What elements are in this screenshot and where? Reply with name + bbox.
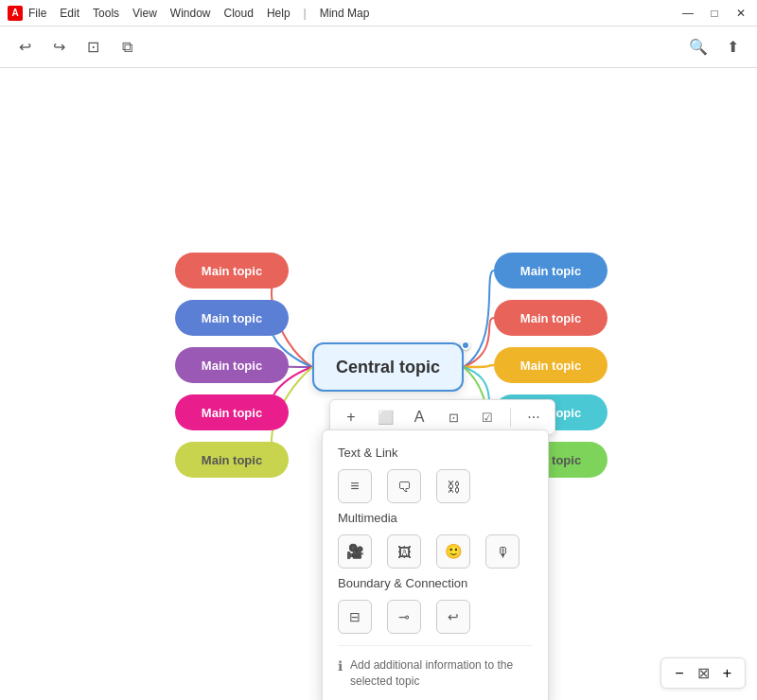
minimize-button[interactable]: — [679, 7, 696, 20]
adobe-icon: A [8, 6, 23, 21]
main-topic-lt5[interactable]: Main topic [175, 442, 289, 478]
multimedia-label: Multimedia [338, 511, 533, 525]
connection-icon[interactable]: ⊸ [387, 600, 421, 634]
zoom-in-button[interactable]: + [717, 663, 737, 684]
main-topic-lt2[interactable]: Main topic [175, 300, 289, 336]
menu-cloud[interactable]: Cloud [224, 7, 254, 20]
more-button[interactable]: ··· [520, 404, 547, 430]
menu-file[interactable]: File [28, 7, 46, 20]
menu-tools[interactable]: Tools [93, 7, 119, 20]
menu-window[interactable]: Window [170, 7, 211, 20]
share-button[interactable]: ⬆ [719, 34, 746, 61]
pin-icon [461, 341, 470, 350]
text-style-button[interactable]: A [406, 404, 432, 430]
boundary-icon[interactable]: ⊟ [338, 600, 372, 634]
maximize-button[interactable]: □ [706, 7, 723, 20]
central-topic[interactable]: Central topic [312, 342, 464, 392]
zoom-fit-button[interactable]: ⊠ [694, 662, 713, 684]
title-bar: A File Edit Tools View Window Cloud Help… [0, 0, 757, 26]
text-link-label: Text & Link [338, 446, 533, 460]
text-link-icons: ≡ 🗨 ⛓ [338, 469, 533, 503]
title-bar-right: — □ ✕ [679, 7, 749, 20]
undo-button[interactable]: ↩ [11, 34, 38, 61]
menu-help[interactable]: Help [267, 7, 290, 20]
menu-edit[interactable]: Edit [60, 7, 79, 20]
boundary-icons: ⊟ ⊸ ↩ [338, 600, 533, 634]
text-icon[interactable]: ≡ [338, 469, 372, 503]
info-text: Add additional information to the select… [350, 657, 533, 690]
close-button[interactable]: ✕ [732, 7, 749, 20]
toolbar-right: 🔍 ⬆ [685, 34, 746, 61]
frame-button[interactable]: ⊡ [79, 34, 106, 61]
main-topic-rt2[interactable]: Main topic [494, 300, 607, 336]
search-button[interactable]: 🔍 [685, 34, 712, 61]
title-bar-left: A File Edit Tools View Window Cloud Help… [8, 6, 369, 21]
layout-button[interactable]: ⊡ [440, 404, 467, 430]
add-button[interactable]: + [338, 404, 364, 430]
canvas: Main topic Main topic Main topic Main to… [0, 68, 757, 700]
menu-divider: | [304, 7, 307, 20]
note-icon[interactable]: 🗨 [387, 469, 421, 503]
image-icon[interactable]: 🖼 [387, 534, 421, 569]
audio-icon[interactable]: 🎙 [485, 534, 519, 569]
zoom-controls: − ⊠ + [660, 657, 746, 689]
main-topic-lt1[interactable]: Main topic [175, 253, 289, 289]
info-icon: ℹ [338, 658, 343, 674]
insert-dropdown: Text & Link ≡ 🗨 ⛓ Multimedia 🎥 🖼 🙂 [322, 429, 549, 700]
emoji-icon[interactable]: 🙂 [436, 534, 470, 569]
zoom-out-button[interactable]: − [669, 663, 689, 684]
shape-button[interactable]: ⬜ [372, 404, 398, 430]
link-icon[interactable]: ⛓ [436, 469, 470, 503]
main-topic-lt3[interactable]: Main topic [175, 347, 289, 383]
arrange-button[interactable]: ⧉ [114, 34, 140, 61]
info-row: ℹ Add additional information to the sele… [338, 645, 533, 690]
arc-icon[interactable]: ↩ [436, 600, 470, 634]
main-topic-lt4[interactable]: Main topic [175, 394, 289, 430]
task-button[interactable]: ☑ [474, 404, 501, 430]
redo-button[interactable]: ↪ [45, 34, 72, 61]
menu-view[interactable]: View [132, 7, 157, 20]
mode-label: Mind Map [320, 7, 370, 20]
toolbar-divider [510, 408, 511, 427]
toolbar: ↩ ↪ ⊡ ⧉ 🔍 ⬆ [0, 26, 757, 68]
main-topic-rt3[interactable]: Main topic [494, 347, 607, 383]
boundary-connection-label: Boundary & Connection [338, 576, 533, 590]
video-icon[interactable]: 🎥 [338, 534, 372, 569]
menu-bar: File Edit Tools View Window Cloud Help |… [28, 7, 369, 20]
multimedia-icons: 🎥 🖼 🙂 🎙 [338, 534, 533, 569]
main-topic-rt1[interactable]: Main topic [494, 253, 607, 289]
